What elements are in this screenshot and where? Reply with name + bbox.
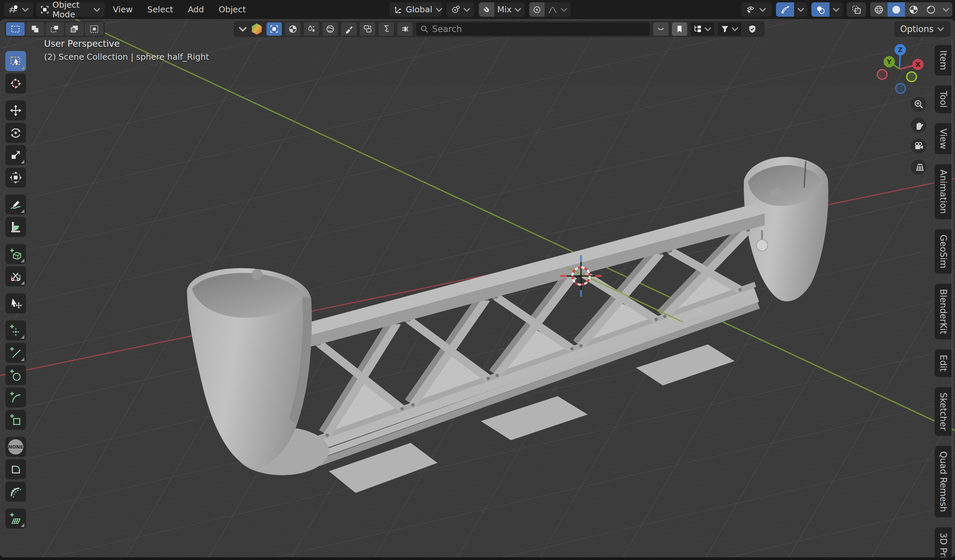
asset-type-curve-button[interactable]: [379, 22, 394, 36]
overlays-dropdown[interactable]: [830, 2, 843, 17]
select-mode-subtract[interactable]: [45, 22, 64, 36]
asset-type-material-button[interactable]: [285, 22, 301, 36]
object-mode-icon: [40, 5, 49, 14]
select-mode-intersect[interactable]: [85, 22, 103, 36]
gizmo-z-label: Z: [898, 46, 903, 54]
tool-select-box[interactable]: [5, 51, 26, 71]
asset-type-scene-button[interactable]: [360, 22, 375, 36]
asset-type-model-button[interactable]: [266, 22, 282, 36]
tool-workplane-indicator[interactable]: NONE: [5, 437, 26, 457]
camera-view-button[interactable]: [911, 139, 926, 154]
menu-object[interactable]: Object: [219, 5, 246, 14]
shading-rendered-button[interactable]: [922, 2, 939, 17]
tool-sketch-arc[interactable]: [5, 387, 26, 407]
menu-select[interactable]: Select: [147, 5, 173, 14]
truss-mesh[interactable]: [297, 204, 768, 493]
tool-move[interactable]: [5, 100, 26, 120]
transform-controls: Global: [389, 2, 571, 17]
select-subtract-icon: [50, 25, 60, 33]
tool-measure[interactable]: [5, 217, 26, 237]
tool-sketch-point[interactable]: [5, 320, 26, 340]
right-shell-mesh[interactable]: [744, 157, 828, 301]
show-gizmos-toggle[interactable]: [776, 2, 794, 17]
shading-solid-button[interactable]: [888, 2, 905, 17]
select-mode-invert[interactable]: [65, 22, 84, 36]
menu-add[interactable]: Add: [188, 5, 204, 14]
asset-type-paint-button[interactable]: [304, 22, 319, 36]
tool-sketch-rectangle[interactable]: [5, 410, 26, 430]
tab-animation[interactable]: Animation: [935, 164, 952, 219]
tab-view[interactable]: View: [935, 123, 952, 154]
hand-icon: [913, 120, 924, 131]
viewport-3d[interactable]: User Perspective (2) Scene Collection | …: [0, 19, 955, 557]
add-rectangle-icon: [8, 412, 23, 427]
tab-3d-print[interactable]: 3D Print: [935, 527, 952, 557]
select-mode-set[interactable]: [6, 22, 25, 36]
editor-type-button[interactable]: [4, 2, 33, 17]
left-shell-mesh[interactable]: [187, 268, 329, 475]
tab-geosim[interactable]: GeoSim: [935, 229, 952, 274]
options-button[interactable]: Options: [894, 21, 950, 37]
asset-type-brush-button[interactable]: [341, 22, 357, 36]
tool-annotate[interactable]: [5, 195, 26, 215]
tool-rotate[interactable]: [5, 123, 26, 143]
rating-button[interactable]: [653, 22, 668, 36]
cursor-tool-icon: [8, 76, 23, 91]
pivot-point-select[interactable]: [447, 2, 474, 17]
tool-tweak[interactable]: [5, 293, 26, 314]
tab-edit[interactable]: Edit: [935, 349, 952, 377]
tool-sketch-line[interactable]: [5, 343, 26, 363]
viewport-display-controls: [741, 2, 952, 17]
xray-toggle[interactable]: [847, 2, 866, 17]
asset-type-addon-button[interactable]: [398, 22, 413, 36]
tool-offset[interactable]: [5, 482, 26, 502]
tool-sketch-circle[interactable]: [5, 365, 26, 385]
tool-scale[interactable]: [5, 145, 26, 165]
gizmo-x-neg-axis[interactable]: [878, 70, 887, 80]
search-input[interactable]: [432, 24, 646, 34]
navigation-gizmo[interactable]: Z Y X: [869, 39, 930, 99]
tab-tool[interactable]: Tool: [935, 86, 952, 113]
tool-cursor[interactable]: [5, 73, 26, 94]
tool-transform[interactable]: [5, 167, 26, 187]
pan-button[interactable]: [911, 117, 926, 133]
tool-fillet[interactable]: [5, 459, 26, 479]
shading-wireframe-button[interactable]: [870, 2, 888, 17]
chevron-down-icon: [759, 7, 766, 12]
mode-select[interactable]: Object Mode: [36, 2, 105, 17]
gizmo-z-neg-axis[interactable]: [896, 84, 906, 94]
perspective-toggle-button[interactable]: [911, 159, 926, 175]
menu-view[interactable]: View: [113, 5, 133, 14]
shading-material-button[interactable]: [905, 2, 922, 17]
bookmarks-button[interactable]: [672, 22, 687, 36]
tab-sketcher[interactable]: Sketcher: [935, 387, 952, 436]
tool-add-cube[interactable]: [5, 244, 26, 264]
show-overlays-toggle[interactable]: [811, 2, 830, 17]
gizmos-dropdown[interactable]: [794, 2, 808, 17]
safety-filter-button[interactable]: [745, 22, 760, 36]
object-visibility-dropdown[interactable]: [741, 2, 772, 17]
tab-quad-remesh[interactable]: Quad Remesh: [935, 446, 952, 517]
transform-orientation-select[interactable]: Global: [389, 2, 442, 17]
filters-dropdown[interactable]: [718, 22, 741, 36]
categories-dropdown[interactable]: [690, 22, 714, 36]
asset-paint-icon: [307, 24, 316, 34]
snap-toggle[interactable]: [479, 2, 494, 17]
zoom-button[interactable]: [911, 97, 926, 112]
add-arc-icon: [8, 390, 23, 405]
snap-mode-select[interactable]: Mix: [494, 2, 524, 17]
proportional-falloff-select[interactable]: [545, 2, 571, 17]
chevron-down-icon: [463, 7, 470, 12]
select-mode-extend[interactable]: [26, 22, 44, 36]
collapse-chevron-icon[interactable]: [238, 27, 247, 32]
asset-type-world-button[interactable]: [323, 22, 338, 36]
proportional-edit-toggle[interactable]: [529, 2, 545, 17]
tool-carve[interactable]: [5, 266, 26, 286]
sidebar-edge-divider[interactable]: [952, 39, 952, 466]
tab-item[interactable]: Item: [935, 45, 952, 75]
workplane-none-badge: NONE: [8, 439, 23, 454]
tab-blenderkit[interactable]: BlenderKit: [935, 284, 952, 339]
gizmo-y-neg-axis[interactable]: [907, 72, 917, 82]
tool-add-workplane[interactable]: [5, 509, 26, 529]
shading-dropdown[interactable]: [939, 2, 952, 17]
